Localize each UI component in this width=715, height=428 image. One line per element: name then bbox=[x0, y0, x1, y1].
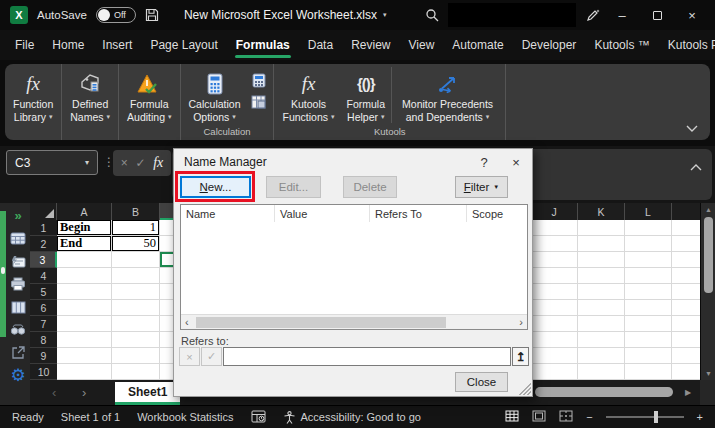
filter-button[interactable]: Filter ▼ bbox=[455, 176, 508, 198]
cell-j1[interactable] bbox=[531, 220, 578, 236]
select-all-corner[interactable] bbox=[30, 203, 57, 220]
scroll-up-icon[interactable]: ▲ bbox=[701, 206, 715, 213]
row-header-3[interactable]: 3 bbox=[30, 252, 57, 268]
cell-l2[interactable] bbox=[625, 236, 672, 252]
column-header-b[interactable]: B bbox=[112, 203, 160, 220]
row-header-2[interactable]: 2 bbox=[30, 236, 57, 252]
row-header-9[interactable]: 9 bbox=[30, 348, 57, 364]
formula-auditing-button[interactable]: Formula Auditing▾ bbox=[121, 67, 177, 123]
normal-view-button[interactable] bbox=[505, 410, 519, 424]
page-break-view-button[interactable] bbox=[559, 410, 573, 424]
sidebar-find-icon[interactable] bbox=[9, 322, 27, 338]
list-scroll-right-icon[interactable]: › bbox=[519, 316, 523, 328]
close-button[interactable]: × bbox=[679, 8, 705, 23]
sidebar-worksheets-icon[interactable] bbox=[9, 230, 27, 246]
cell-a2[interactable]: End bbox=[57, 236, 112, 252]
tab-view[interactable]: View bbox=[400, 30, 444, 60]
names-list[interactable]: Name Value Refers To Scope ‹ › bbox=[180, 204, 528, 330]
tab-home[interactable]: Home bbox=[43, 30, 93, 60]
dialog-close-button[interactable]: × bbox=[500, 149, 532, 175]
zoom-slider-handle[interactable] bbox=[654, 411, 658, 423]
list-scroll-left-icon[interactable]: ‹ bbox=[185, 316, 189, 328]
tab-kutools-plus[interactable]: Kutools Plus bbox=[659, 30, 715, 60]
scroll-right-icon[interactable]: ▶ bbox=[685, 388, 691, 397]
zoom-out-button[interactable]: − bbox=[586, 411, 592, 423]
page-layout-view-button[interactable] bbox=[532, 410, 546, 424]
cell-b1[interactable]: 1 bbox=[112, 220, 160, 236]
list-horizontal-scrollbar[interactable]: ‹ › bbox=[181, 314, 527, 329]
accessibility-status[interactable]: Accessibility: Good to go bbox=[283, 411, 421, 424]
cell-a1[interactable]: Begin bbox=[57, 220, 112, 236]
row-header-4[interactable]: 4 bbox=[30, 268, 57, 284]
tab-automate[interactable]: Automate bbox=[443, 30, 512, 60]
workbook-statistics-button[interactable]: Workbook Statistics bbox=[137, 411, 233, 423]
refers-to-input[interactable] bbox=[223, 347, 511, 366]
column-value[interactable]: Value bbox=[275, 205, 370, 222]
insert-function-button[interactable]: fx bbox=[153, 155, 163, 171]
vertical-scrollbar[interactable]: ▲ ▼ bbox=[700, 203, 715, 380]
formula-helper-button[interactable]: {()} Formula Helper▾ bbox=[341, 67, 392, 123]
column-header-l[interactable]: L bbox=[625, 203, 672, 220]
calculate-sheet-button[interactable] bbox=[250, 94, 267, 109]
row-header-8[interactable]: 8 bbox=[30, 332, 57, 348]
column-name[interactable]: Name bbox=[181, 205, 275, 222]
maximize-button[interactable] bbox=[644, 11, 670, 20]
scroll-down-icon[interactable]: ▼ bbox=[701, 370, 715, 377]
sidebar-open-external-icon[interactable] bbox=[9, 345, 27, 361]
cell-j3[interactable] bbox=[531, 252, 578, 268]
kutools-functions-button[interactable]: fx Kutools Functions▾ bbox=[276, 67, 340, 123]
zoom-in-button[interactable]: + bbox=[697, 411, 703, 423]
minimize-button[interactable]: – bbox=[609, 8, 635, 23]
sidebar-settings-gear-icon[interactable]: ⚙ bbox=[9, 368, 27, 384]
list-scrollbar-thumb[interactable] bbox=[196, 317, 446, 328]
horizontal-scrollbar-thumb[interactable] bbox=[535, 387, 673, 397]
dialog-titlebar[interactable]: Name Manager ? × bbox=[174, 149, 532, 175]
save-icon[interactable] bbox=[145, 8, 159, 22]
cell-a3[interactable] bbox=[57, 252, 112, 268]
row-header-1[interactable]: 1 bbox=[30, 220, 57, 236]
cell-l3[interactable] bbox=[625, 252, 672, 268]
sheet-view-icon[interactable] bbox=[251, 410, 266, 425]
name-box[interactable]: C3 ▾ bbox=[6, 150, 98, 175]
document-title[interactable]: New Microsoft Excel Worksheet.xlsx ▾ bbox=[184, 8, 387, 22]
column-header-a[interactable]: A bbox=[57, 203, 112, 220]
cell-j2[interactable] bbox=[531, 236, 578, 252]
cell-k1[interactable] bbox=[578, 220, 625, 236]
expand-formula-bar-button[interactable] bbox=[690, 157, 702, 175]
cell-k3[interactable] bbox=[578, 252, 625, 268]
dialog-help-button[interactable]: ? bbox=[468, 149, 500, 175]
calculation-options-button[interactable]: Calculation Options▾ bbox=[183, 67, 247, 123]
sheet-tab-sheet1[interactable]: Sheet1 bbox=[115, 382, 180, 405]
sheet-count-status[interactable]: Sheet 1 of 1 bbox=[61, 411, 120, 423]
new-button[interactable]: New... bbox=[180, 176, 251, 198]
tab-page-layout[interactable]: Page Layout bbox=[141, 30, 226, 60]
tab-file[interactable]: File bbox=[6, 30, 43, 60]
cancel-entry-button[interactable]: × bbox=[121, 156, 128, 170]
next-sheet-button[interactable]: › bbox=[82, 385, 86, 400]
row-header-6[interactable]: 6 bbox=[30, 300, 57, 316]
sidebar-drag-marker[interactable] bbox=[1, 267, 5, 274]
column-header-k[interactable]: K bbox=[578, 203, 625, 220]
search-icon[interactable] bbox=[425, 8, 439, 22]
collapse-dialog-button[interactable]: ↥ bbox=[512, 347, 529, 366]
tab-insert[interactable]: Insert bbox=[93, 30, 141, 60]
cell-b2[interactable]: 50 bbox=[112, 236, 160, 252]
column-scope[interactable]: Scope bbox=[467, 205, 527, 222]
collapse-ribbon-button[interactable] bbox=[686, 118, 698, 136]
cell-k2[interactable] bbox=[578, 236, 625, 252]
column-header-j[interactable]: J bbox=[531, 203, 578, 220]
zoom-slider[interactable] bbox=[606, 416, 684, 418]
row-header-7[interactable]: 7 bbox=[30, 316, 57, 332]
cell-l1[interactable] bbox=[625, 220, 672, 236]
calculate-now-button[interactable] bbox=[250, 73, 267, 88]
close-dialog-button[interactable]: Close bbox=[455, 372, 508, 392]
vertical-scrollbar-thumb[interactable] bbox=[704, 217, 713, 293]
autosave-toggle[interactable]: Off bbox=[96, 7, 136, 23]
excel-logo-icon[interactable]: X bbox=[10, 6, 28, 24]
dialog-resize-grip[interactable] bbox=[519, 383, 531, 395]
column-refers-to[interactable]: Refers To bbox=[370, 205, 467, 222]
tab-data[interactable]: Data bbox=[299, 30, 342, 60]
tab-formulas[interactable]: Formulas bbox=[227, 30, 299, 60]
draw-pencil-icon[interactable] bbox=[585, 8, 600, 23]
cell-b3[interactable] bbox=[112, 252, 160, 268]
